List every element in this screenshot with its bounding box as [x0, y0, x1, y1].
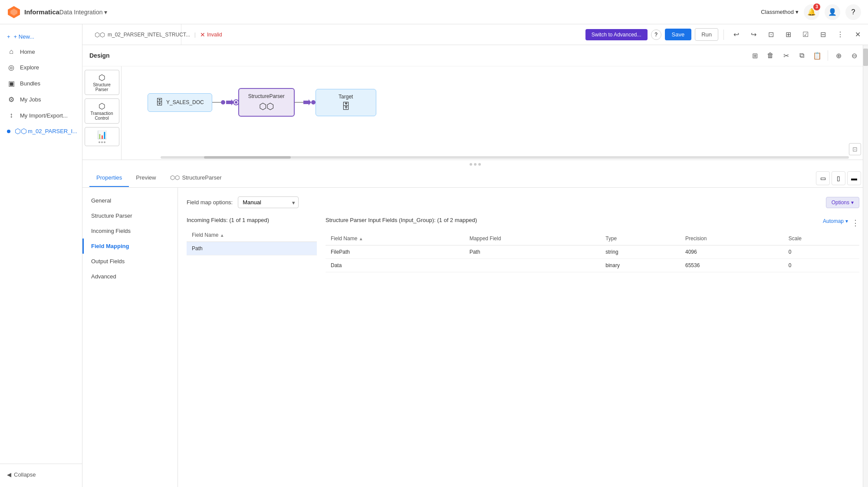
source-node[interactable]: 🗄 Y_SALES_DOC — [148, 93, 212, 112]
help-context-button[interactable]: ? — [651, 29, 661, 40]
table-row[interactable]: FilePath Path string 4096 0 — [326, 245, 859, 259]
sidebar-item-explore[interactable]: ◎ Explore — [0, 59, 82, 75]
stats-node[interactable]: 📊 — [85, 127, 119, 146]
tab-mapping-icon: ⬡⬡ — [95, 31, 105, 38]
structure-parser-tab-icon: ⬡⬡ — [170, 174, 180, 181]
run-button[interactable]: Run — [695, 28, 718, 41]
zoom-in-button[interactable]: ⊕ — [832, 49, 845, 62]
canvas-scrollbar[interactable] — [161, 155, 849, 160]
sidebar-item-active-mapping[interactable]: ⬡⬡ m_02_PARSER_I... — [0, 123, 82, 139]
left-panel: ⬡ Structure Parser ⬡ Transaction Control… — [82, 66, 122, 160]
incoming-field-name-header: Field Name ▲ — [187, 229, 317, 242]
paste-button[interactable]: 📋 — [810, 49, 824, 62]
automap-button[interactable]: Automap ▾ — [823, 218, 848, 224]
sp-sort-arrow-icon: ▲ — [359, 236, 363, 241]
arrow-right-2 — [303, 99, 311, 105]
tab-structure-parser[interactable]: ⬡⬡ StructureParser — [163, 169, 229, 187]
resize-handle[interactable] — [82, 160, 868, 169]
sidebar-item-home[interactable]: ⌂ Home — [0, 44, 82, 59]
field-map-select[interactable]: Manual Automatic — [238, 196, 299, 208]
svg-marker-3 — [303, 99, 311, 105]
props-nav-incoming-fields[interactable]: Incoming Fields — [82, 223, 178, 239]
table-row[interactable]: Data binary 65536 0 — [326, 259, 859, 272]
grid-view-button[interactable]: ⊞ — [748, 49, 762, 62]
sp-row1-type: string — [600, 245, 680, 259]
props-nav-advanced[interactable]: Advanced — [82, 269, 178, 284]
app-module[interactable]: Data Integration ▾ — [59, 9, 108, 16]
props-nav-output-fields[interactable]: Output Fields — [82, 254, 178, 269]
transaction-control-node[interactable]: ⬡ Transaction Control — [85, 98, 119, 124]
tab-preview[interactable]: Preview — [129, 169, 163, 187]
sp-row1-precision: 4096 — [680, 245, 783, 259]
editor-tab[interactable]: ⬡⬡ m_02_PARSER_INTEL_STRUCT... | ✕ Inval… — [86, 24, 181, 45]
source-node-icon: 🗄 — [156, 98, 164, 107]
import-export-icon: ↕ — [7, 111, 16, 119]
undo-button[interactable]: ↩ — [729, 28, 743, 42]
properties-nav: General Structure Parser Incoming Fields… — [82, 188, 178, 487]
sp-row2-precision: 65536 — [680, 259, 783, 272]
structure-parser-node[interactable]: ⬡ Structure Parser — [85, 70, 119, 95]
properties-content: Field map options: Manual Automatic Opti… — [178, 188, 868, 487]
source-node-label: Y_SALES_DOC — [166, 99, 204, 105]
structure-parser-fields-table: Field Name ▲ Mapped Field Type Precision… — [326, 232, 859, 272]
table-row[interactable]: Path — [187, 242, 317, 255]
sp-type-header: Type — [600, 232, 680, 245]
validate-button[interactable]: ☑ — [799, 28, 812, 42]
minimap-icon: ⊡ — [852, 146, 858, 153]
sp-scale-header: Scale — [783, 232, 859, 245]
sp-row2-name: Data — [326, 259, 464, 272]
design-title: Design — [89, 52, 110, 59]
main-vscrollbar[interactable] — [863, 45, 868, 487]
properties-body: General Structure Parser Incoming Fields… — [82, 188, 868, 487]
user-button[interactable]: 👤 — [825, 4, 840, 20]
zoom-out-button[interactable]: ⊖ — [847, 49, 861, 62]
switch-advanced-button[interactable]: Switch to Advanced... — [585, 29, 648, 40]
automap-chevron-icon: ▾ — [845, 218, 848, 224]
copy-button[interactable]: ⧉ — [795, 49, 809, 62]
save-button[interactable]: Save — [665, 29, 692, 40]
structure-parser-fields-title: Structure Parser Input Fields (Input_Gro… — [326, 217, 477, 223]
view-full-button[interactable]: ▬ — [847, 171, 861, 185]
cut-button[interactable]: ✂ — [779, 49, 793, 62]
redo-button[interactable]: ↪ — [746, 28, 760, 42]
sidebar-bottom: ◀ Collapse — [0, 464, 82, 482]
field-map-select-wrap: Manual Automatic — [238, 196, 299, 208]
collapse-button[interactable]: ◀ Collapse — [0, 467, 82, 482]
props-nav-general[interactable]: General — [82, 193, 178, 208]
tab-properties[interactable]: Properties — [89, 169, 129, 187]
design-area: Design ⊞ 🗑 ✂ ⧉ 📋 ⊕ ⊖ ⬡ Structure Parser — [82, 45, 868, 160]
tab-status: ✕ Invalid — [200, 31, 222, 38]
parser-flow-icon: ⬡⬡ — [259, 101, 274, 111]
props-nav-field-mapping[interactable]: Field Mapping — [82, 239, 178, 254]
design-toolbar: ⊞ 🗑 ✂ ⧉ 📋 ⊕ ⊖ — [748, 49, 861, 62]
publish-button[interactable]: ⊟ — [816, 28, 830, 42]
help-button[interactable]: ? — [845, 4, 861, 20]
more-options-button[interactable]: ⋮ — [833, 28, 847, 42]
help-icon: ? — [852, 8, 855, 16]
notifications-button[interactable]: 🔔 3 — [804, 4, 819, 20]
target-flow-node[interactable]: Target 🗄 — [316, 89, 376, 116]
close-tab-button[interactable]: ✕ — [851, 28, 865, 42]
delete-node-button[interactable]: 🗑 — [763, 49, 777, 62]
new-button[interactable]: + + New... — [0, 29, 82, 44]
mapping-button[interactable]: ⊞ — [781, 28, 795, 42]
structure-parser-flow-node[interactable]: StructureParser ⬡⬡ — [238, 88, 295, 117]
options-dropdown-button[interactable]: Options ▾ — [826, 197, 859, 208]
view-bottom-button[interactable]: ▭ — [816, 171, 830, 185]
incoming-fields-table: Field Name ▲ Path — [187, 229, 317, 255]
sidebar-item-import-export[interactable]: ↕ My Import/Export... — [0, 108, 82, 123]
view-right-button[interactable]: ▯ — [832, 171, 845, 185]
sp-row2-mapped — [464, 259, 601, 272]
node-dots — [99, 141, 105, 143]
snapshot-button[interactable]: ⊡ — [764, 28, 778, 42]
parser-flow-label: StructureParser — [248, 93, 285, 99]
sidebar-item-bundles[interactable]: ▣ Bundles — [0, 75, 82, 92]
more-options-icon[interactable]: ⋮ — [852, 218, 859, 228]
props-nav-structure-parser[interactable]: Structure Parser — [82, 208, 178, 223]
minimap-button[interactable]: ⊡ — [849, 143, 861, 155]
org-selector[interactable]: Classmethod ▾ — [761, 9, 799, 15]
arrow-right-1 — [226, 99, 234, 105]
sidebar-item-my-jobs[interactable]: ⚙ My Jobs — [0, 92, 82, 108]
notification-badge: 3 — [813, 3, 820, 10]
flow-diagram: 🗄 Y_SALES_DOC StructureParser ⬡⬡ — [148, 88, 376, 117]
